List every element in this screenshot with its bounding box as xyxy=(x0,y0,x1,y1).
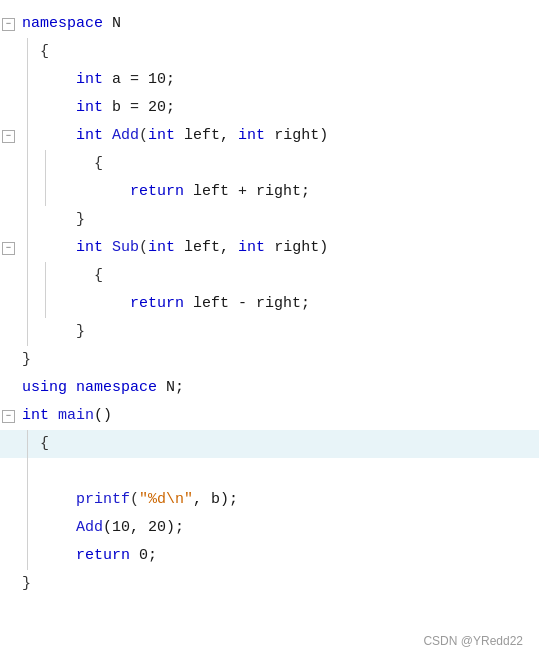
gutter xyxy=(0,430,18,458)
plain-token: 0; xyxy=(130,547,157,564)
gutter: − xyxy=(0,234,18,262)
code-line: { xyxy=(0,38,539,66)
indent-guide xyxy=(18,66,36,94)
code-text: { xyxy=(54,150,539,178)
gutter xyxy=(0,346,18,374)
indent-guide xyxy=(18,542,36,570)
gutter xyxy=(0,178,18,206)
plain-token xyxy=(103,239,112,256)
kw2-token: namespace xyxy=(76,379,157,396)
collapse-button[interactable]: − xyxy=(2,242,15,255)
plain-token xyxy=(49,407,58,424)
code-text: return left + right; xyxy=(54,178,539,206)
code-line: using namespace N; xyxy=(0,374,539,402)
gutter xyxy=(0,206,18,234)
punct-token: } xyxy=(76,323,85,340)
kw-token: int xyxy=(148,127,175,144)
plain-token: b = 20; xyxy=(103,99,175,116)
fname-token: Add xyxy=(76,519,103,536)
indent-guide xyxy=(18,150,36,178)
code-text: int Add(int left, int right) xyxy=(36,122,539,150)
kw-token: int xyxy=(76,239,103,256)
indent-guide xyxy=(18,234,36,262)
indent-guide xyxy=(18,486,36,514)
fname-token: Sub xyxy=(112,239,139,256)
str-token: "%d\n" xyxy=(139,491,193,508)
gutter xyxy=(0,94,18,122)
indent-guide-2 xyxy=(36,290,54,318)
fname-token: Add xyxy=(112,127,139,144)
watermark: CSDN @YRedd22 xyxy=(423,634,523,648)
plain-token: () xyxy=(94,407,112,424)
code-text xyxy=(36,458,539,486)
fname-token: printf xyxy=(76,491,130,508)
kw-token: int xyxy=(76,127,103,144)
code-text: Add(10, 20); xyxy=(36,514,539,542)
plain-token: left - right; xyxy=(184,295,310,312)
code-line: { xyxy=(0,150,539,178)
gutter xyxy=(0,38,18,66)
code-line: printf("%d\n", b); xyxy=(0,486,539,514)
code-line: } xyxy=(0,570,539,598)
gutter xyxy=(0,66,18,94)
indent-guide xyxy=(18,458,36,486)
code-line: −int main() xyxy=(0,402,539,430)
code-line: { xyxy=(0,430,539,458)
gutter: − xyxy=(0,402,18,430)
plain-token: N xyxy=(103,15,121,32)
code-line: return left - right; xyxy=(0,290,539,318)
indent-guide-2 xyxy=(36,150,54,178)
code-line: − int Add(int left, int right) xyxy=(0,122,539,150)
code-text: } xyxy=(36,206,539,234)
indent-guide xyxy=(18,262,36,290)
punct-token: } xyxy=(22,575,31,592)
code-line: return 0; xyxy=(0,542,539,570)
code-text: } xyxy=(18,346,539,374)
code-line: } xyxy=(0,318,539,346)
code-text: int Sub(int left, int right) xyxy=(36,234,539,262)
gutter xyxy=(0,150,18,178)
gutter xyxy=(0,542,18,570)
kw-token: int xyxy=(238,127,265,144)
code-text: return 0; xyxy=(36,542,539,570)
kw-token: int xyxy=(76,99,103,116)
punct-token: ( xyxy=(139,239,148,256)
code-text: { xyxy=(36,38,539,66)
collapse-button[interactable]: − xyxy=(2,18,15,31)
plain-token: (10, 20); xyxy=(103,519,184,536)
code-text: { xyxy=(36,430,539,458)
punct-token: } xyxy=(76,211,85,228)
indent-guide xyxy=(18,290,36,318)
kw-token: return xyxy=(130,295,184,312)
gutter xyxy=(0,290,18,318)
collapse-button[interactable]: − xyxy=(2,410,15,423)
code-text: printf("%d\n", b); xyxy=(36,486,539,514)
fname-token: main xyxy=(58,407,94,424)
kw-token: int xyxy=(148,239,175,256)
gutter xyxy=(0,374,18,402)
code-text: return left - right; xyxy=(54,290,539,318)
indent-guide xyxy=(18,122,36,150)
gutter xyxy=(0,262,18,290)
indent-guide xyxy=(18,430,36,458)
kw-token: using xyxy=(22,379,67,396)
punct-token: { xyxy=(40,435,49,452)
code-text: int a = 10; xyxy=(36,66,539,94)
code-line: int a = 10; xyxy=(0,66,539,94)
gutter xyxy=(0,570,18,598)
code-text: namespace N xyxy=(18,10,539,38)
code-line: return left + right; xyxy=(0,178,539,206)
kw-token: return xyxy=(76,547,130,564)
collapse-button[interactable]: − xyxy=(2,130,15,143)
code-line: Add(10, 20); xyxy=(0,514,539,542)
code-text: } xyxy=(18,570,539,598)
gutter xyxy=(0,514,18,542)
plain-token xyxy=(67,379,76,396)
punct-token: ( xyxy=(139,127,148,144)
code-line: } xyxy=(0,206,539,234)
indent-guide-2 xyxy=(36,178,54,206)
code-line: { xyxy=(0,262,539,290)
punct-token: } xyxy=(22,351,31,368)
kw-token: int xyxy=(76,71,103,88)
plain-token: right) xyxy=(265,239,328,256)
